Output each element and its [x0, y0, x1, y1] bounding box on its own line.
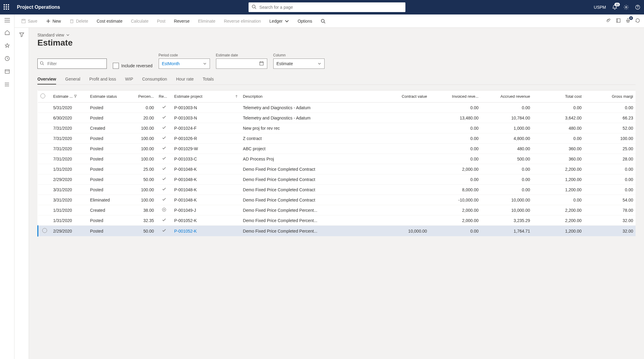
svg-rect-9 [5, 70, 9, 73]
new-button[interactable]: New [43, 17, 64, 25]
table-row[interactable]: 2/29/2020Posted50.00P-001052-KDemo Fixed… [38, 226, 636, 237]
tab-general[interactable]: General [65, 74, 80, 84]
check-icon [162, 198, 166, 202]
options-button[interactable]: Options [295, 17, 315, 25]
estimate-date-label: Estimate date [216, 53, 267, 57]
tab-profit-and-loss[interactable]: Profit and loss [89, 74, 116, 84]
app-title: Project Operations [17, 5, 60, 10]
modules-icon[interactable] [5, 82, 10, 88]
svg-rect-26 [627, 21, 629, 22]
tab-overview[interactable]: Overview [37, 74, 56, 84]
col-accrued-revenue[interactable]: Accrued revenue [481, 91, 532, 103]
checkbox-icon[interactable] [113, 63, 119, 69]
tab-wip[interactable]: WIP [125, 74, 133, 84]
search-icon [252, 5, 256, 10]
home-icon[interactable] [5, 30, 10, 36]
global-search[interactable] [249, 2, 405, 12]
legal-entity[interactable]: USPM [594, 5, 606, 10]
table-row[interactable]: 7/31/2020Created100.00P-001024-FNew proj… [38, 123, 636, 133]
check-icon [162, 146, 166, 151]
office-icon[interactable] [616, 18, 621, 24]
favorites-icon[interactable] [5, 43, 10, 49]
col-percent[interactable]: Percen... [129, 91, 156, 103]
tab-totals[interactable]: Totals [203, 74, 214, 84]
grid-filter-input[interactable] [37, 59, 107, 69]
top-header: Project Operations USPM 11 [0, 0, 644, 14]
check-icon [162, 167, 166, 172]
save-button[interactable]: Save [18, 17, 40, 25]
include-reversed-checkbox[interactable]: Include reversed [113, 63, 153, 69]
col-gross-margin[interactable]: Gross margi [584, 91, 636, 103]
workspaces-icon[interactable] [5, 69, 10, 75]
help-button[interactable] [635, 5, 640, 10]
period-code-dropdown[interactable]: EstMonth [159, 59, 210, 69]
reverse-button[interactable]: Reverse [171, 17, 192, 25]
col-estimate-date[interactable]: Estimate ... [51, 91, 87, 103]
column-dropdown[interactable]: Estimate [273, 59, 325, 69]
col-description[interactable]: Description [240, 91, 378, 103]
svg-point-4 [637, 8, 638, 8]
col-project[interactable]: Estimate project [172, 91, 241, 103]
col-invoiced-revenue[interactable]: Invoiced reve... [430, 91, 481, 103]
check-icon [162, 177, 166, 182]
check-icon [162, 229, 166, 234]
table-row[interactable]: 6/30/2020Posted20.00P-001003-NTelemetry … [38, 113, 636, 123]
check-icon [162, 126, 166, 131]
table-row[interactable]: 3/31/2020Eliminated100.00P-001048-KDemo … [38, 195, 636, 205]
table-row[interactable]: 3/31/2020Posted100.00P-001048-KDemo Fixe… [38, 185, 636, 195]
col-re[interactable]: Re... [156, 91, 172, 103]
table-row[interactable]: 7/31/2020Posted100.00P-001026-RZ contrac… [38, 133, 636, 144]
tab-consumption[interactable]: Consumption [142, 74, 167, 84]
table-row[interactable]: 1/31/2020Posted25.00P-001048-KDemo Fixed… [38, 164, 636, 174]
calculate-button[interactable]: Calculate [128, 17, 151, 25]
reverse-elimination-button[interactable]: Reverse elimination [221, 17, 264, 25]
eliminate-button[interactable]: Eliminate [195, 17, 219, 25]
table-row[interactable]: 7/31/2020Posted100.00P-001029-WABC proje… [38, 144, 636, 154]
app-launcher-icon[interactable] [4, 4, 10, 10]
x-circle-icon [162, 208, 166, 213]
attachments-icon[interactable] [606, 18, 611, 24]
svg-point-27 [40, 62, 43, 64]
command-bar: Save New Delete Cost estimate Calculate … [14, 14, 644, 28]
notifications-button[interactable]: 11 [612, 5, 617, 10]
refresh-icon[interactable] [635, 18, 640, 24]
svg-point-14 [5, 83, 5, 83]
calendar-icon [259, 61, 264, 67]
hamburger-icon[interactable] [5, 18, 10, 23]
tab-strip: OverviewGeneralProfit and lossWIPConsump… [37, 74, 636, 85]
table-row[interactable]: 2/29/2020Posted50.00P-001048-KDemo Fixed… [38, 174, 636, 185]
col-status[interactable]: Estimate status [88, 91, 129, 103]
view-selector[interactable]: Standard view [37, 33, 636, 37]
delete-button[interactable]: Delete [66, 17, 91, 25]
page-title: Estimate [37, 38, 636, 48]
sort-asc-icon [235, 94, 238, 99]
svg-point-23 [321, 19, 324, 22]
table-row[interactable]: 1/31/2020Posted32.35P-001052-KDemo Fixed… [38, 215, 636, 226]
tab-hour-rate[interactable]: Hour rate [176, 74, 194, 84]
col-contract-value[interactable]: Contract value [378, 91, 430, 103]
table-row[interactable]: 5/31/2020Posted0.00P-001003-NTelemetry a… [38, 103, 636, 113]
funnel-icon[interactable] [19, 32, 24, 38]
col-select[interactable] [38, 91, 51, 103]
svg-rect-18 [23, 19, 24, 21]
cost-estimate-button[interactable]: Cost estimate [94, 17, 125, 25]
ledger-dropdown[interactable]: Ledger [266, 17, 292, 25]
settings-button[interactable] [623, 5, 629, 10]
check-icon [162, 218, 166, 223]
svg-rect-17 [22, 19, 25, 23]
filter-pane [14, 28, 29, 359]
check-icon [162, 105, 166, 110]
recent-icon[interactable] [5, 56, 10, 62]
check-icon [162, 187, 166, 192]
find-button[interactable] [318, 17, 328, 25]
search-input[interactable] [249, 2, 405, 12]
messages-icon[interactable]: 0 [625, 18, 631, 24]
funnel-icon[interactable] [74, 94, 77, 99]
left-nav [0, 14, 14, 359]
table-row[interactable]: 1/31/2020Created38.00P-001049-JDemo Fixe… [38, 205, 636, 215]
table-row[interactable]: 7/31/2020Posted100.00P-001033-CAD Proces… [38, 154, 636, 164]
col-total-cost[interactable]: Total cost [532, 91, 584, 103]
svg-line-28 [43, 64, 44, 65]
post-button[interactable]: Post [154, 17, 168, 25]
estimate-date-input[interactable] [216, 59, 267, 69]
